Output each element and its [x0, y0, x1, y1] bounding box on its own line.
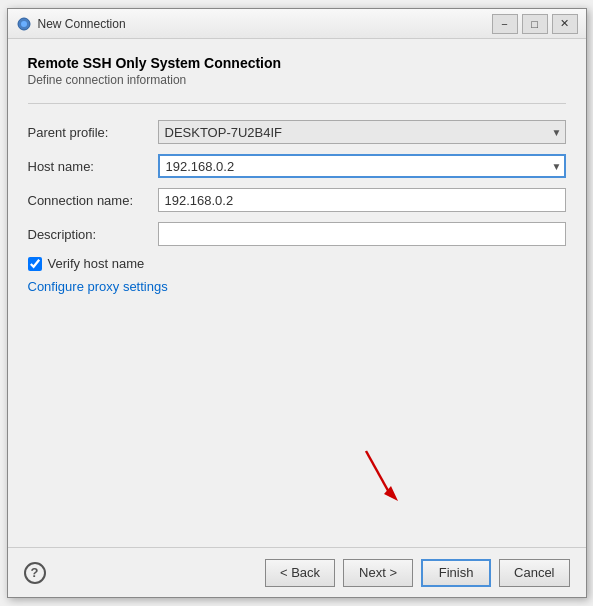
next-button[interactable]: Next >	[343, 559, 413, 587]
proxy-link-row: Configure proxy settings	[28, 279, 566, 294]
connection-name-label: Connection name:	[28, 193, 158, 208]
close-button[interactable]: ✕	[552, 14, 578, 34]
host-name-label: Host name:	[28, 159, 158, 174]
connection-name-row: Connection name:	[28, 188, 566, 212]
verify-host-label: Verify host name	[48, 256, 145, 271]
description-label: Description:	[28, 227, 158, 242]
dialog-content: Remote SSH Only System Connection Define…	[8, 39, 586, 547]
footer-buttons: < Back Next > Finish Cancel	[265, 559, 570, 587]
description-row: Description:	[28, 222, 566, 246]
cancel-button[interactable]: Cancel	[499, 559, 569, 587]
window-icon	[16, 16, 32, 32]
parent-profile-row: Parent profile: DESKTOP-7U2B4IF ▼	[28, 120, 566, 144]
red-arrow-icon	[356, 446, 406, 509]
proxy-settings-link[interactable]: Configure proxy settings	[28, 279, 168, 294]
host-name-row: Host name: ▼	[28, 154, 566, 178]
arrow-area	[28, 325, 566, 540]
host-name-input[interactable]	[158, 154, 566, 178]
svg-line-2	[366, 451, 391, 496]
connection-name-input[interactable]	[158, 188, 566, 212]
finish-button[interactable]: Finish	[421, 559, 491, 587]
divider	[28, 103, 566, 104]
parent-profile-select[interactable]: DESKTOP-7U2B4IF	[158, 120, 566, 144]
dialog-window: New Connection − □ ✕ Remote SSH Only Sys…	[7, 8, 587, 598]
svg-point-1	[21, 21, 27, 27]
page-subtitle: Define connection information	[28, 73, 566, 87]
host-name-input-wrapper: ▼	[158, 154, 566, 178]
page-title: Remote SSH Only System Connection	[28, 55, 566, 71]
title-bar: New Connection − □ ✕	[8, 9, 586, 39]
parent-profile-dropdown-wrapper: DESKTOP-7U2B4IF ▼	[158, 120, 566, 144]
connection-name-field	[158, 188, 566, 212]
window-title: New Connection	[38, 17, 492, 31]
parent-profile-field: DESKTOP-7U2B4IF ▼	[158, 120, 566, 144]
verify-host-checkbox[interactable]	[28, 257, 42, 271]
help-button[interactable]: ?	[24, 562, 46, 584]
parent-profile-label: Parent profile:	[28, 125, 158, 140]
minimize-button[interactable]: −	[492, 14, 518, 34]
form-area: Parent profile: DESKTOP-7U2B4IF ▼ Host n…	[28, 120, 566, 325]
description-input[interactable]	[158, 222, 566, 246]
back-button[interactable]: < Back	[265, 559, 335, 587]
maximize-button[interactable]: □	[522, 14, 548, 34]
host-name-field: ▼	[158, 154, 566, 178]
footer: ? < Back Next > Finish Cancel	[8, 547, 586, 597]
description-field	[158, 222, 566, 246]
verify-host-row: Verify host name	[28, 256, 566, 271]
window-controls: − □ ✕	[492, 14, 578, 34]
